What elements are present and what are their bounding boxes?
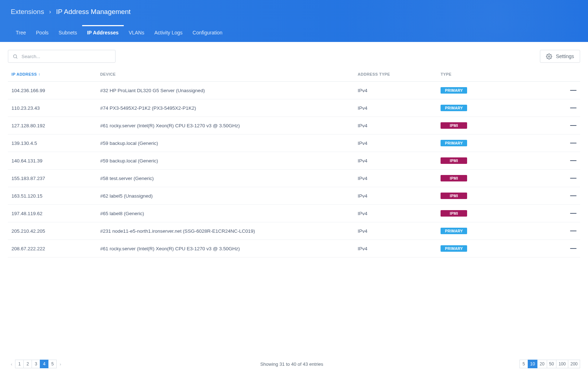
- row-actions-button[interactable]: [540, 187, 580, 205]
- cell-address-type: IPv4: [354, 99, 437, 117]
- row-actions-button[interactable]: [540, 240, 580, 257]
- page-size-button[interactable]: 20: [537, 360, 547, 368]
- settings-label: Settings: [556, 53, 574, 59]
- tab-tree[interactable]: Tree: [11, 25, 31, 42]
- chevron-right-icon: ›: [49, 9, 51, 15]
- type-badge: IPMI: [441, 157, 467, 164]
- cell-type: PRIMARY: [437, 222, 540, 240]
- cell-address-type: IPv4: [354, 152, 437, 170]
- cell-device: #61 rocky.server (Intel(R) Xeon(R) CPU E…: [97, 240, 354, 257]
- svg-rect-7: [570, 160, 577, 161]
- svg-rect-5: [570, 125, 577, 126]
- type-badge: PRIMARY: [441, 228, 467, 234]
- cell-type: IPMI: [437, 170, 540, 187]
- table-row[interactable]: 140.64.131.39#59 backup.local (Generic)I…: [8, 152, 580, 170]
- column-header-address-type[interactable]: ADDRESS TYPE: [354, 67, 437, 82]
- tab-activity-logs[interactable]: Activity Logs: [149, 25, 188, 42]
- page-size-button[interactable]: 200: [568, 360, 580, 368]
- breadcrumb-root[interactable]: Extensions: [11, 8, 44, 16]
- page-button[interactable]: 3: [32, 360, 40, 368]
- svg-rect-3: [570, 90, 577, 91]
- page-prev-button[interactable]: ‹: [8, 361, 15, 367]
- ip-address-table: IP ADDRESS↑ DEVICE ADDRESS TYPE TYPE 104…: [8, 67, 580, 257]
- table-row[interactable]: 139.130.4.5#59 backup.local (Generic)IPv…: [8, 134, 580, 152]
- cell-ip: 127.128.80.192: [8, 117, 97, 134]
- search-input[interactable]: [22, 54, 111, 59]
- table-row[interactable]: 110.23.23.43#74 PX3-5495X2-P1K2 (PX3-549…: [8, 99, 580, 117]
- table-row[interactable]: 197.48.119.62#65 label8 (Generic)IPv4IPM…: [8, 205, 580, 222]
- cell-device: #62 label5 (Unassigned): [97, 187, 354, 205]
- cell-ip: 140.64.131.39: [8, 152, 97, 170]
- row-actions-button[interactable]: [540, 117, 580, 134]
- results-summary: Showing 31 to 40 of 43 entries: [64, 361, 519, 367]
- page-next-button[interactable]: ›: [57, 361, 64, 367]
- search-field[interactable]: [8, 50, 116, 63]
- row-actions-button[interactable]: [540, 99, 580, 117]
- cell-type: IPMI: [437, 187, 540, 205]
- table-row[interactable]: 163.51.120.15#62 label5 (Unassigned)IPv4…: [8, 187, 580, 205]
- page-button[interactable]: 4: [40, 360, 48, 368]
- page-size-selector: 5102050100200: [519, 360, 580, 368]
- cell-ip: 163.51.120.15: [8, 187, 97, 205]
- table-row[interactable]: 205.210.42.205#231 node11-e5-north1.iron…: [8, 222, 580, 240]
- row-actions-button[interactable]: [540, 205, 580, 222]
- cell-type: IPMI: [437, 152, 540, 170]
- cell-type: IPMI: [437, 205, 540, 222]
- type-badge: PRIMARY: [441, 140, 467, 146]
- cell-address-type: IPv4: [354, 117, 437, 134]
- table-row[interactable]: 104.236.166.99#32 HP ProLiant DL320 G5 S…: [8, 82, 580, 99]
- tab-configuration[interactable]: Configuration: [188, 25, 227, 42]
- svg-rect-12: [570, 248, 577, 249]
- cell-type: IPMI: [437, 117, 540, 134]
- svg-rect-4: [570, 108, 577, 108]
- tab-subnets[interactable]: Subnets: [53, 25, 82, 42]
- tab-pools[interactable]: Pools: [31, 25, 53, 42]
- column-header-ip[interactable]: IP ADDRESS↑: [8, 67, 97, 82]
- table-row[interactable]: 208.67.222.222#61 rocky.server (Intel(R)…: [8, 240, 580, 257]
- page-button[interactable]: 5: [48, 360, 57, 368]
- row-actions-button[interactable]: [540, 170, 580, 187]
- sort-asc-icon: ↑: [38, 72, 41, 76]
- row-actions-button[interactable]: [540, 152, 580, 170]
- column-header-type[interactable]: TYPE: [437, 67, 540, 82]
- type-badge: IPMI: [441, 122, 467, 129]
- tab-vlans[interactable]: VLANs: [124, 25, 150, 42]
- type-badge: PRIMARY: [441, 245, 467, 252]
- table-footer: ‹ 12345 › Showing 31 to 40 of 43 entries…: [0, 355, 588, 374]
- cell-ip: 110.23.23.43: [8, 99, 97, 117]
- page-button[interactable]: 2: [23, 360, 32, 368]
- cell-device: #231 node11-e5-north1.ironserver.net (SS…: [97, 222, 354, 240]
- toolbar: Settings: [0, 42, 588, 67]
- cell-ip: 197.48.119.62: [8, 205, 97, 222]
- cell-type: PRIMARY: [437, 99, 540, 117]
- table-row[interactable]: 155.183.87.237#58 test.server (Generic)I…: [8, 170, 580, 187]
- cell-address-type: IPv4: [354, 134, 437, 152]
- cell-ip: 139.130.4.5: [8, 134, 97, 152]
- row-actions-button[interactable]: [540, 134, 580, 152]
- page-size-button[interactable]: 50: [547, 360, 556, 368]
- table-row[interactable]: 127.128.80.192#61 rocky.server (Intel(R)…: [8, 117, 580, 134]
- cell-type: PRIMARY: [437, 240, 540, 257]
- page-button[interactable]: 1: [15, 360, 24, 368]
- pagination: ‹ 12345 ›: [8, 360, 64, 368]
- svg-point-0: [14, 55, 17, 58]
- row-actions-button[interactable]: [540, 82, 580, 99]
- table-header-row: IP ADDRESS↑ DEVICE ADDRESS TYPE TYPE: [8, 67, 580, 82]
- svg-rect-11: [570, 231, 577, 231]
- breadcrumb: Extensions › IP Address Management: [0, 0, 588, 19]
- column-header-device[interactable]: DEVICE: [97, 67, 354, 82]
- page-size-button[interactable]: 100: [556, 360, 568, 368]
- svg-rect-10: [570, 213, 577, 214]
- cell-device: #74 PX3-5495X2-P1K2 (PX3-5495X2-P1K2): [97, 99, 354, 117]
- tab-ip-addresses[interactable]: IP Addresses: [82, 25, 124, 42]
- cell-device: #59 backup.local (Generic): [97, 134, 354, 152]
- svg-point-2: [549, 56, 550, 57]
- breadcrumb-current: IP Address Management: [56, 8, 131, 16]
- settings-button[interactable]: Settings: [540, 50, 580, 63]
- main-tabs: TreePoolsSubnetsIP AddressesVLANsActivit…: [0, 25, 588, 42]
- cell-ip: 205.210.42.205: [8, 222, 97, 240]
- page-size-button[interactable]: 5: [519, 360, 528, 368]
- page-size-button[interactable]: 10: [528, 360, 537, 368]
- row-actions-button[interactable]: [540, 222, 580, 240]
- svg-rect-8: [570, 178, 577, 179]
